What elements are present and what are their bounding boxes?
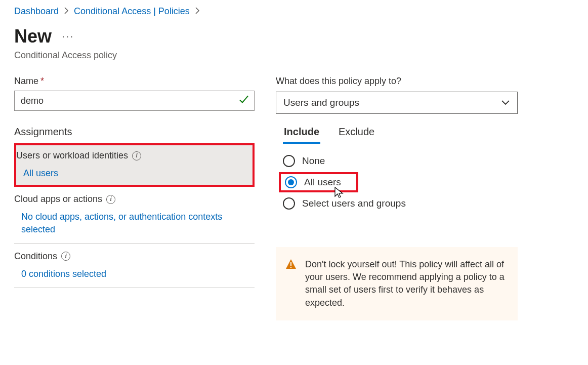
- assignment-users-title: Users or workload identities: [16, 150, 128, 161]
- warning-text: Don't lock yourself out! This policy wil…: [305, 258, 509, 309]
- radio-button-icon: [283, 155, 295, 167]
- breadcrumb-dashboard[interactable]: Dashboard: [14, 6, 59, 17]
- radio-button-icon: [283, 197, 295, 210]
- chevron-down-icon: [501, 97, 510, 108]
- info-icon[interactable]: i: [106, 195, 115, 204]
- assignment-users-value[interactable]: All users: [16, 167, 253, 180]
- svg-rect-1: [290, 267, 291, 268]
- assignment-cloud-apps[interactable]: Cloud apps or actions i No cloud apps, a…: [14, 187, 255, 244]
- radio-none[interactable]: None: [283, 150, 518, 172]
- chevron-right-icon: [195, 7, 200, 16]
- page-title: New: [14, 26, 52, 47]
- include-exclude-tabs: Include Exclude: [276, 122, 518, 143]
- page-subtitle: Conditional Access policy: [14, 50, 574, 61]
- dropdown-value: Users and groups: [283, 97, 359, 108]
- assignment-cloud-apps-title: Cloud apps or actions: [14, 194, 102, 205]
- svg-rect-0: [290, 262, 291, 266]
- chevron-right-icon: [64, 7, 69, 16]
- assignment-conditions-title: Conditions: [14, 251, 57, 262]
- tab-exclude[interactable]: Exclude: [338, 122, 375, 143]
- policy-name-input[interactable]: [14, 91, 255, 111]
- assignment-conditions[interactable]: Conditions i 0 conditions selected: [14, 244, 255, 288]
- radio-select-users[interactable]: Select users and groups: [283, 192, 518, 215]
- tab-include[interactable]: Include: [283, 122, 320, 143]
- assignment-users[interactable]: Users or workload identities i All users: [14, 143, 255, 187]
- warning-callout: Don't lock yourself out! This policy wil…: [276, 247, 518, 320]
- assignments-heading: Assignments: [14, 126, 255, 143]
- radio-button-checked-icon: [285, 176, 297, 188]
- more-actions-button[interactable]: ···: [62, 30, 74, 43]
- checkmark-icon: [238, 94, 249, 108]
- name-label: Name*: [14, 76, 255, 87]
- radio-all-users[interactable]: All users: [285, 176, 341, 188]
- cursor-icon: [333, 186, 345, 201]
- breadcrumb-conditional-access-policies[interactable]: Conditional Access | Policies: [74, 6, 190, 17]
- assignment-cloud-apps-value[interactable]: No cloud apps, actions, or authenticatio…: [14, 211, 255, 236]
- info-icon[interactable]: i: [61, 252, 70, 261]
- radio-none-label: None: [302, 155, 325, 167]
- assignment-conditions-value[interactable]: 0 conditions selected: [14, 268, 255, 280]
- apply-to-label: What does this policy apply to?: [276, 76, 518, 87]
- breadcrumb: Dashboard Conditional Access | Policies: [14, 6, 574, 17]
- info-icon[interactable]: i: [132, 151, 141, 160]
- required-indicator: *: [40, 76, 44, 86]
- radio-select-users-label: Select users and groups: [302, 198, 406, 209]
- apply-to-dropdown[interactable]: Users and groups: [276, 92, 518, 114]
- warning-icon: [285, 258, 297, 309]
